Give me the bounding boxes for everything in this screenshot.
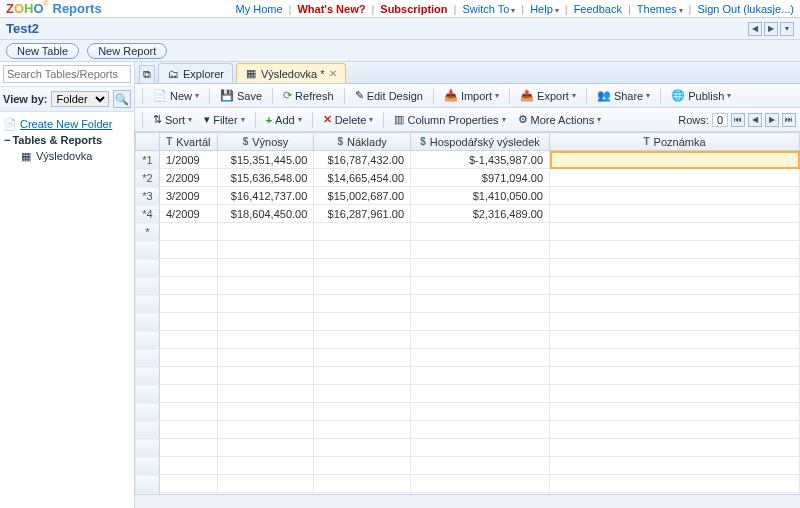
column-properties-button[interactable]: ▥Column Properties▾ bbox=[389, 110, 510, 129]
data-cell[interactable]: $15,002,687.00 bbox=[314, 187, 411, 205]
data-cell[interactable]: $16,412,737.00 bbox=[217, 187, 314, 205]
home-icon: ⧉ bbox=[143, 68, 151, 81]
column-header[interactable]: $Výnosy bbox=[217, 133, 314, 151]
filter-button[interactable]: ▾Filter▾ bbox=[199, 110, 249, 129]
table-row[interactable]: *11/2009$15,351,445.00$16,787,432.00$-1,… bbox=[136, 151, 800, 169]
zoho-logo: ZOHO® Reports bbox=[6, 1, 102, 16]
data-cell[interactable] bbox=[550, 169, 800, 187]
columns-icon: ▥ bbox=[394, 113, 404, 126]
nav-switch-to[interactable]: Switch To bbox=[462, 3, 515, 15]
data-cell[interactable]: 3/2009 bbox=[160, 187, 218, 205]
sidebar-item-vysledovka[interactable]: ▦ Výsledovka bbox=[4, 148, 130, 164]
panel-menu-button[interactable]: ▾ bbox=[780, 22, 794, 36]
edit-icon: ✎ bbox=[355, 89, 364, 102]
table-row[interactable]: *33/2009$16,412,737.00$15,002,687.00$1,4… bbox=[136, 187, 800, 205]
table-row[interactable]: *22/2009$15,636,548.00$14,665,454.00$971… bbox=[136, 169, 800, 187]
sort-button[interactable]: ⇅Sort▾ bbox=[148, 110, 197, 129]
data-cell[interactable]: $1,410,050.00 bbox=[411, 187, 550, 205]
search-icon: 🔍 bbox=[115, 93, 129, 106]
publish-button[interactable]: 🌐Publish▾ bbox=[666, 86, 736, 105]
import-icon: 📥 bbox=[444, 89, 458, 102]
data-cell[interactable] bbox=[550, 223, 800, 241]
import-button[interactable]: 📥Import▾ bbox=[439, 86, 504, 105]
explorer-icon: 🗂 bbox=[167, 68, 179, 80]
nav-first-button[interactable]: ⏮ bbox=[731, 113, 745, 127]
empty-row bbox=[136, 367, 800, 385]
row-number-cell[interactable]: *4 bbox=[136, 205, 160, 223]
workspace-button-row: New Table New Report bbox=[0, 40, 800, 62]
table-row[interactable]: *44/2009$18,604,450.00$16,287,961.00$2,3… bbox=[136, 205, 800, 223]
edit-design-button[interactable]: ✎Edit Design bbox=[350, 86, 428, 105]
data-cell[interactable] bbox=[550, 187, 800, 205]
view-by-select[interactable]: Folder bbox=[51, 91, 109, 107]
data-cell[interactable]: $15,351,445.00 bbox=[217, 151, 314, 169]
empty-row bbox=[136, 421, 800, 439]
sidebar-root-folder[interactable]: − Tables & Reports bbox=[4, 132, 130, 148]
data-cell[interactable]: $971,094.00 bbox=[411, 169, 550, 187]
empty-row bbox=[136, 331, 800, 349]
data-cell[interactable] bbox=[314, 223, 411, 241]
tab-home-button[interactable]: ⧉ bbox=[139, 65, 155, 83]
nav-my-home[interactable]: My Home bbox=[236, 3, 283, 15]
delete-icon: ✕ bbox=[323, 113, 332, 126]
data-cell[interactable]: 1/2009 bbox=[160, 151, 218, 169]
data-grid-wrap[interactable]: TKvartál$Výnosy$Náklady$Hospodářský výsl… bbox=[135, 132, 800, 494]
row-number-cell[interactable]: *1 bbox=[136, 151, 160, 169]
nav-help[interactable]: Help bbox=[530, 3, 559, 15]
nav-subscription[interactable]: Subscription bbox=[380, 3, 447, 15]
data-cell[interactable]: $16,787,432.00 bbox=[314, 151, 411, 169]
data-cell[interactable]: $-1,435,987.00 bbox=[411, 151, 550, 169]
new-row[interactable]: * bbox=[136, 223, 800, 241]
data-cell[interactable] bbox=[550, 205, 800, 223]
empty-row bbox=[136, 457, 800, 475]
nav-feedback[interactable]: Feedback bbox=[574, 3, 622, 15]
tab-current[interactable]: ▦ Výsledovka * ✕ bbox=[236, 63, 346, 83]
data-cell[interactable] bbox=[550, 151, 800, 169]
data-cell[interactable]: $18,604,450.00 bbox=[217, 205, 314, 223]
workspace-title: Test2 bbox=[6, 21, 39, 36]
data-cell[interactable]: $2,316,489.00 bbox=[411, 205, 550, 223]
empty-row bbox=[136, 439, 800, 457]
panel-prev-button[interactable]: ◀ bbox=[748, 22, 762, 36]
data-cell[interactable]: $14,665,454.00 bbox=[314, 169, 411, 187]
delete-button[interactable]: ✕Delete▾ bbox=[318, 110, 379, 129]
new-button[interactable]: 📄New▾ bbox=[148, 86, 204, 105]
export-button[interactable]: 📤Export▾ bbox=[515, 86, 581, 105]
search-input[interactable] bbox=[3, 65, 131, 83]
add-button[interactable]: +Add▾ bbox=[261, 111, 307, 129]
nav-next-button[interactable]: ▶ bbox=[765, 113, 779, 127]
data-cell[interactable]: $15,636,548.00 bbox=[217, 169, 314, 187]
data-cell[interactable]: 4/2009 bbox=[160, 205, 218, 223]
view-by-go-button[interactable]: 🔍 bbox=[113, 90, 131, 108]
refresh-icon: ⟳ bbox=[283, 89, 292, 102]
data-cell[interactable] bbox=[160, 223, 218, 241]
nav-whats-new[interactable]: What's New? bbox=[297, 3, 365, 15]
panel-next-button[interactable]: ▶ bbox=[764, 22, 778, 36]
horizontal-scrollbar[interactable] bbox=[135, 494, 800, 508]
row-number-cell[interactable]: * bbox=[136, 223, 160, 241]
tab-explorer[interactable]: 🗂 Explorer bbox=[158, 63, 233, 83]
create-folder-link[interactable]: 📄 Create New Folder bbox=[4, 116, 130, 132]
data-cell[interactable] bbox=[217, 223, 314, 241]
new-report-button[interactable]: New Report bbox=[87, 43, 167, 59]
data-cell[interactable]: $16,287,961.00 bbox=[314, 205, 411, 223]
new-table-button[interactable]: New Table bbox=[6, 43, 79, 59]
refresh-button[interactable]: ⟳Refresh bbox=[278, 86, 339, 105]
save-button[interactable]: 💾Save bbox=[215, 86, 267, 105]
column-header[interactable]: $Hospodářský výsledek bbox=[411, 133, 550, 151]
nav-themes[interactable]: Themes bbox=[637, 3, 683, 15]
data-cell[interactable]: 2/2009 bbox=[160, 169, 218, 187]
column-header[interactable]: TKvartál bbox=[160, 133, 218, 151]
column-header[interactable]: $Náklady bbox=[314, 133, 411, 151]
more-actions-button[interactable]: ⚙More Actions▾ bbox=[513, 110, 607, 129]
row-number-cell[interactable]: *3 bbox=[136, 187, 160, 205]
nav-prev-button[interactable]: ◀ bbox=[748, 113, 762, 127]
nav-last-button[interactable]: ⏭ bbox=[782, 113, 796, 127]
row-number-cell[interactable]: *2 bbox=[136, 169, 160, 187]
share-button[interactable]: 👥Share▾ bbox=[592, 86, 655, 105]
nav-sign-out[interactable]: Sign Out (lukasje...) bbox=[697, 3, 794, 15]
close-icon[interactable]: ✕ bbox=[329, 68, 337, 79]
column-header[interactable]: TPoznámka bbox=[550, 133, 800, 151]
data-cell[interactable] bbox=[411, 223, 550, 241]
empty-row bbox=[136, 403, 800, 421]
